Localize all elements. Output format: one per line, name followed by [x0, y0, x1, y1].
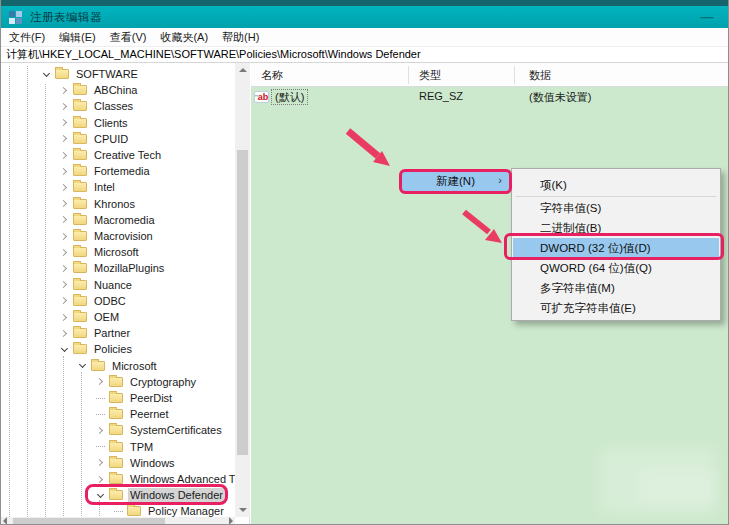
chevron-right-icon[interactable]	[95, 425, 105, 435]
address-bar[interactable]: 计算机\HKEY_LOCAL_MACHINE\SOFTWARE\Policies…	[1, 47, 729, 63]
submenu-separator	[516, 196, 716, 197]
tree-item-windows[interactable]: Windows	[95, 455, 177, 471]
horizontal-scrollbar-thumb[interactable]	[13, 518, 165, 524]
scroll-down-arrow-icon[interactable]	[239, 508, 247, 512]
chevron-right-icon[interactable]	[59, 199, 69, 209]
menu-view[interactable]: 查看(V)	[103, 30, 154, 45]
tree-item-macromedia[interactable]: Macromedia	[59, 212, 157, 228]
folder-icon	[73, 199, 87, 209]
tree-item-abchina[interactable]: ABChina	[59, 82, 139, 98]
tree-item-label: MozillaPlugins	[92, 261, 166, 275]
folder-icon	[73, 85, 87, 95]
tree-item-partner[interactable]: Partner	[59, 325, 132, 341]
value-row[interactable]: "ab (默认) REG_SZ (数值未设置)	[251, 89, 729, 106]
chevron-right-icon[interactable]	[95, 474, 105, 484]
submenu-item-qword-64bit-value[interactable]: QWORD (64 位)值(Q)	[513, 258, 719, 278]
chevron-right-icon[interactable]	[95, 458, 105, 468]
chevron-right-icon[interactable]	[59, 182, 69, 192]
chevron-right-icon[interactable]	[59, 118, 69, 128]
tree-item-macrovision[interactable]: Macrovision	[59, 228, 155, 244]
folder-icon	[109, 458, 123, 468]
tree-item-microsoft[interactable]: Microsoft	[77, 358, 159, 374]
chevron-right-icon[interactable]	[59, 231, 69, 241]
watermark	[637, 468, 717, 506]
chevron-right-icon[interactable]	[59, 101, 69, 111]
window-titlebar[interactable]: 注册表编辑器 —	[1, 6, 729, 28]
tree-item-software[interactable]: SOFTWARE	[41, 66, 140, 82]
chevron-right-icon[interactable]	[59, 263, 69, 273]
tree-item-label: Cryptography	[128, 375, 198, 389]
submenu-item-string-value[interactable]: 字符串值(S)	[513, 198, 719, 218]
tree-item-odbc[interactable]: ODBC	[59, 293, 128, 309]
tree-horizontal-scrollbar[interactable]	[1, 517, 235, 525]
tree-item-peernet[interactable]: Peernet	[95, 406, 171, 422]
column-header-data[interactable]: 数据	[529, 68, 551, 83]
column-header-type[interactable]: 类型	[419, 68, 441, 83]
folder-icon	[109, 377, 123, 387]
chevron-down-icon[interactable]	[41, 69, 51, 79]
chevron-right-icon[interactable]	[59, 312, 69, 322]
chevron-down-icon[interactable]	[77, 361, 87, 371]
minimize-button[interactable]: —	[700, 9, 714, 25]
chevron-right-icon[interactable]	[95, 377, 105, 387]
tree-item-classes[interactable]: Classes	[59, 98, 135, 114]
tree-item-mozillaplugins[interactable]: MozillaPlugins	[59, 260, 166, 276]
tree-item-creative-tech[interactable]: Creative Tech	[59, 147, 163, 163]
tree-item-windows-advanced-th[interactable]: Windows Advanced Th	[95, 471, 244, 487]
tree-item-microsoft[interactable]: Microsoft	[59, 244, 141, 260]
column-divider[interactable]	[408, 66, 409, 84]
vertical-scrollbar-thumb[interactable]	[237, 150, 248, 455]
chevron-right-icon[interactable]	[59, 150, 69, 160]
tree-item-khronos[interactable]: Khronos	[59, 196, 137, 212]
context-menu-item-new[interactable]: 新建(N) ›	[399, 169, 512, 194]
folder-icon	[91, 361, 105, 371]
tree-item-label: Windows Advanced Th	[128, 472, 244, 486]
chevron-right-icon[interactable]	[59, 166, 69, 176]
tree-vertical-scrollbar[interactable]	[235, 63, 250, 517]
registry-editor-window: 注册表编辑器 — 文件(F)编辑(E)查看(V)收藏夹(A)帮助(H) 计算机\…	[0, 0, 729, 525]
tree-item-label: OEM	[92, 310, 121, 324]
scroll-up-arrow-icon[interactable]	[239, 68, 247, 72]
chevron-right-icon[interactable]	[59, 328, 69, 338]
tree-item-systemcertificates[interactable]: SystemCertificates	[95, 422, 224, 438]
chevron-down-icon[interactable]	[59, 344, 69, 354]
tree-item-oem[interactable]: OEM	[59, 309, 121, 325]
tree-item-cryptography[interactable]: Cryptography	[95, 374, 198, 390]
value-name[interactable]: (默认)	[271, 89, 308, 105]
tree-item-label: Creative Tech	[92, 148, 163, 162]
chevron-right-icon[interactable]	[59, 280, 69, 290]
submenu-item-key[interactable]: 项(K)	[513, 175, 719, 195]
tree-item-label: Fortemedia	[92, 164, 152, 178]
submenu-item-multi-string-value[interactable]: 多字符串值(M)	[513, 278, 719, 298]
chevron-right-icon[interactable]	[59, 215, 69, 225]
chevron-down-icon[interactable]	[95, 490, 105, 500]
menu-help[interactable]: 帮助(H)	[215, 30, 266, 45]
tree-item-clients[interactable]: Clients	[59, 115, 130, 131]
chevron-right-icon[interactable]	[59, 247, 69, 257]
chevron-right-icon[interactable]	[59, 296, 69, 306]
folder-icon	[73, 134, 87, 144]
tree-dash-connector	[113, 506, 123, 516]
tree-item-label: CPUID	[92, 132, 130, 146]
submenu-item-binary-value[interactable]: 二进制值(B)	[513, 218, 719, 238]
menu-favorites[interactable]: 收藏夹(A)	[153, 30, 215, 45]
tree-item-windows-defender[interactable]: Windows Defender	[95, 487, 225, 503]
tree-item-policies[interactable]: Policies	[59, 341, 134, 357]
tree-item-cpuid[interactable]: CPUID	[59, 131, 130, 147]
tree-item-nuance[interactable]: Nuance	[59, 277, 134, 293]
chevron-right-icon[interactable]	[59, 85, 69, 95]
column-header-name[interactable]: 名称	[261, 68, 283, 83]
column-divider[interactable]	[514, 66, 515, 84]
submenu-item-dword-32bit-value[interactable]: DWORD (32 位)值(D)	[513, 238, 719, 258]
chevron-right-icon[interactable]	[59, 134, 69, 144]
tree-item-intel[interactable]: Intel	[59, 179, 117, 195]
scroll-right-arrow-icon[interactable]	[229, 517, 233, 525]
tree-item-peerdist[interactable]: PeerDist	[95, 390, 174, 406]
menu-edit[interactable]: 编辑(E)	[52, 30, 103, 45]
scroll-left-arrow-icon[interactable]	[3, 517, 7, 525]
submenu-item-expandable-string-value[interactable]: 可扩充字符串值(E)	[513, 298, 719, 318]
tree-item-fortemedia[interactable]: Fortemedia	[59, 163, 152, 179]
tree-item-tpm[interactable]: TPM	[95, 439, 155, 455]
menu-file[interactable]: 文件(F)	[2, 30, 52, 45]
tree-item-label: Partner	[92, 326, 132, 340]
